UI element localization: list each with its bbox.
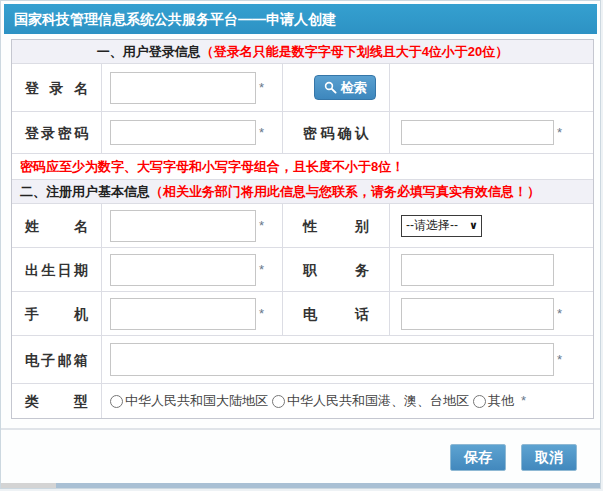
password-confirm-input[interactable]: [401, 120, 554, 145]
type-radio-hmt[interactable]: [272, 395, 285, 408]
login-name-row: 登录名 * 检索: [12, 64, 593, 112]
birth-date-label: 出生日期: [12, 248, 101, 292]
required-asterisk: *: [259, 112, 264, 154]
gender-select-value: --请选择--: [406, 217, 458, 234]
password-confirm-label: 密码确认: [283, 112, 389, 154]
required-asterisk: *: [521, 384, 526, 418]
mobile-label-cell: 手机: [12, 292, 102, 335]
name-input[interactable]: [110, 210, 256, 242]
horizontal-scrollbar[interactable]: [1, 483, 600, 488]
required-asterisk: *: [259, 64, 264, 112]
scrollbar-thumb[interactable]: [56, 483, 600, 488]
birth-position-row: 出生日期 * 职务: [12, 248, 593, 292]
type-label-cell: 类型: [12, 384, 102, 418]
required-asterisk: *: [557, 112, 562, 154]
phone-label: 电话: [283, 292, 389, 336]
window-titlebar: 国家科技管理信息系统公共服务平台——申请人创建: [4, 4, 597, 34]
type-option-hmt-label: 中华人民共和国港、澳、台地区: [287, 384, 469, 418]
type-option-other[interactable]: 其他: [473, 384, 514, 418]
login-name-input[interactable]: [110, 72, 256, 104]
phone-input[interactable]: [401, 298, 554, 330]
page-title: 国家科技管理信息系统公共服务平台——申请人创建: [14, 11, 336, 27]
gender-label-cell: 性别: [283, 204, 390, 247]
footer-divider: [1, 428, 600, 430]
name-label-cell: 姓名: [12, 204, 102, 247]
email-label-cell: 电子邮箱: [12, 336, 102, 383]
section-login-header: 一、用户登录信息（登录名只能是数字字母下划线且大于4位小于20位）: [12, 40, 593, 64]
type-option-mainland[interactable]: 中华人民共和国大陆地区: [110, 384, 268, 418]
email-input[interactable]: [110, 343, 554, 376]
name-label: 姓名: [12, 204, 101, 248]
required-asterisk: *: [259, 292, 264, 336]
type-label: 类型: [12, 384, 101, 418]
name-field-cell: *: [102, 204, 283, 247]
type-radio-mainland[interactable]: [110, 395, 123, 408]
mobile-phone-row: 手机 * 电话 *: [12, 292, 593, 336]
applicant-create-window: 国家科技管理信息系统公共服务平台——申请人创建 一、用户登录信息（登录名只能是数…: [0, 0, 601, 489]
password-row: 登录密码 * 密码确认 *: [12, 112, 593, 154]
password-confirm-label-cell: 密码确认: [283, 112, 390, 153]
section-basic-note: （相关业务部门将用此信息与您联系，请务必填写真实有效信息！）: [150, 184, 540, 199]
password-hint: 密码应至少为数字、大写字母和小写字母组合，且长度不小于8位！: [20, 159, 404, 174]
required-asterisk: *: [259, 204, 264, 248]
type-options-cell: 中华人民共和国大陆地区 中华人民共和国港、澳、台地区 其他 *: [102, 384, 593, 418]
gender-label: 性别: [283, 204, 389, 248]
login-name-field-cell: *: [102, 64, 283, 111]
password-confirm-field-cell: *: [390, 112, 593, 153]
mobile-input[interactable]: [110, 298, 256, 330]
section-basic-title: 二、注册用户基本信息: [20, 184, 150, 199]
email-label: 电子邮箱: [12, 336, 101, 384]
search-button-cell: 检索: [283, 64, 390, 111]
action-buttons: 保存 取消: [450, 444, 577, 471]
section-login-title: 一、用户登录信息: [97, 44, 201, 59]
mobile-field-cell: *: [102, 292, 283, 335]
email-field-cell: *: [102, 336, 593, 383]
gender-select[interactable]: --请选择-- ∨: [401, 215, 482, 237]
position-input[interactable]: [401, 254, 554, 286]
login-password-label: 登录密码: [12, 112, 101, 154]
registration-form: 一、用户登录信息（登录名只能是数字字母下划线且大于4位小于20位） 登录名 * …: [11, 39, 594, 419]
search-icon: [324, 81, 337, 94]
position-label: 职务: [283, 248, 389, 292]
save-button[interactable]: 保存: [450, 444, 506, 471]
birth-date-label-cell: 出生日期: [12, 248, 102, 291]
type-radio-other[interactable]: [473, 395, 486, 408]
phone-label-cell: 电话: [283, 292, 390, 335]
login-password-input[interactable]: [110, 120, 256, 145]
birth-date-field-cell: *: [102, 248, 283, 291]
email-row: 电子邮箱 *: [12, 336, 593, 384]
password-hint-row: 密码应至少为数字、大写字母和小写字母组合，且长度不小于8位！: [12, 154, 593, 180]
required-asterisk: *: [259, 248, 264, 292]
section-basic-header: 二、注册用户基本信息（相关业务部门将用此信息与您联系，请务必填写真实有效信息！）: [12, 180, 593, 204]
type-option-mainland-label: 中华人民共和国大陆地区: [125, 384, 268, 418]
login-password-label-cell: 登录密码: [12, 112, 102, 153]
login-password-field-cell: *: [102, 112, 283, 153]
chevron-down-icon: ∨: [469, 219, 478, 232]
birth-date-input[interactable]: [110, 254, 256, 286]
type-option-hmt[interactable]: 中华人民共和国港、澳、台地区: [272, 384, 469, 418]
login-name-label-cell: 登录名: [12, 64, 102, 111]
cancel-button[interactable]: 取消: [521, 444, 577, 471]
section-login-note: （登录名只能是数字字母下划线且大于4位小于20位）: [201, 44, 509, 59]
phone-field-cell: *: [390, 292, 593, 335]
type-row: 类型 中华人民共和国大陆地区 中华人民共和国港、澳、台地区 其他 *: [12, 384, 593, 418]
required-asterisk: *: [557, 336, 562, 384]
required-asterisk: *: [557, 292, 562, 336]
search-button-label: 检索: [341, 79, 367, 97]
empty-cell: [390, 64, 593, 111]
type-option-other-label: 其他: [488, 384, 514, 418]
search-button[interactable]: 检索: [314, 75, 376, 100]
position-field-cell: [390, 248, 593, 291]
gender-field-cell: --请选择-- ∨: [390, 204, 593, 247]
login-name-label: 登录名: [12, 64, 101, 112]
name-gender-row: 姓名 * 性别 --请选择-- ∨: [12, 204, 593, 248]
position-label-cell: 职务: [283, 248, 390, 291]
mobile-label: 手机: [12, 292, 101, 336]
